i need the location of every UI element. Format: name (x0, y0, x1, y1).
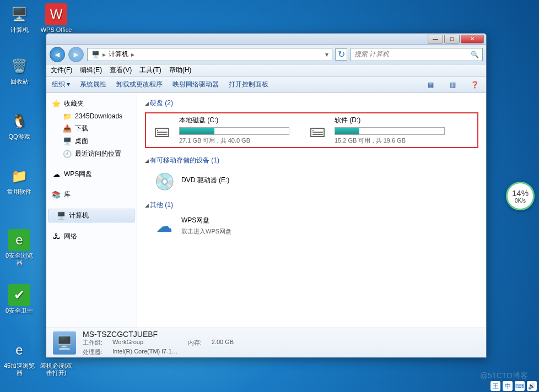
sidebar-libraries[interactable]: 📚库 (46, 188, 137, 201)
icon-label: 0安全卫士 (3, 307, 36, 314)
content-pane: ◢硬盘 (2) 🖴 本地磁盘 (C:) 27.1 GB 可用 , 共 40.0 … (137, 93, 486, 328)
sidebar-item[interactable]: 🕘最近访问的位置 (46, 148, 137, 160)
sidebar-computer[interactable]: 🖥️计算机 (48, 209, 134, 222)
wps-disk[interactable]: ☁ WPS网盘 双击进入WPS网盘 (153, 214, 292, 237)
search-placeholder: 搜索 计算机 (354, 50, 389, 59)
workgroup-value: WorkGroup (112, 339, 178, 347)
usage-bar (179, 127, 289, 135)
cloud-icon: ☁ (52, 170, 61, 179)
tray-icon[interactable]: ⌨ (515, 381, 525, 391)
sidebar: ⭐收藏夹 📁2345Downloads📥下载🖥️桌面🕘最近访问的位置 ☁WPS网… (46, 93, 137, 328)
hard-drive[interactable]: 🖴 软件 (D:) 15.2 GB 可用 , 共 19.6 GB (306, 116, 445, 145)
folder-icon: 📥 (63, 124, 72, 133)
desktop-icon[interactable]: WWPS Office (40, 3, 73, 34)
sidebar-item-label: 2345Downloads (75, 112, 122, 120)
app-icon: ✔ (8, 284, 30, 306)
dvd-drive[interactable]: 💿 DVD 驱动器 (E:) (153, 170, 292, 193)
menu-item[interactable]: 查看(V) (110, 66, 132, 75)
sidebar-item[interactable]: 📥下载 (46, 122, 137, 135)
search-icon[interactable]: 🔍 (471, 51, 479, 58)
speed-widget[interactable]: 14% 0K/s (506, 182, 535, 210)
desktop-icon[interactable]: e45加速浏览器 (3, 339, 36, 377)
library-icon: 📚 (52, 190, 61, 199)
sidebar-favorites[interactable]: ⭐收藏夹 (46, 97, 137, 110)
drive-sub: 双击进入WPS网盘 (181, 227, 292, 236)
category-removable[interactable]: ◢有可移动存储的设备 (1) (145, 156, 478, 165)
toolbar-item[interactable]: 打开控制面板 (229, 80, 268, 89)
dropdown-icon[interactable]: ▾ (324, 51, 330, 58)
menu-item[interactable]: 工具(T) (139, 66, 161, 75)
titlebar: — □ ✕ (46, 34, 486, 45)
drive-name: 软件 (D:) (335, 116, 445, 125)
sidebar-network[interactable]: 🖧网络 (46, 230, 137, 243)
category-hdd[interactable]: ◢硬盘 (2) (145, 99, 478, 108)
collapse-icon: ◢ (145, 101, 149, 106)
toolbar-item[interactable]: 卸载或更改程序 (116, 80, 163, 89)
speed-percent: 14% (512, 188, 529, 198)
folder-icon: 🕘 (63, 150, 72, 159)
search-input[interactable]: 搜索 计算机 🔍 (351, 48, 483, 61)
sidebar-item[interactable]: 🖥️桌面 (46, 135, 137, 148)
menu-item[interactable]: 文件(F) (51, 66, 72, 75)
sidebar-item[interactable]: 📁2345Downloads (46, 110, 137, 122)
memory-label: 内存: (188, 339, 202, 347)
desktop-icon[interactable]: 🗑️回收站 (3, 55, 36, 85)
watermark: @51CTO博客 (480, 371, 528, 381)
folder-icon: 📁 (63, 112, 72, 121)
toolbar-item[interactable]: 映射网络驱动器 (173, 80, 219, 89)
toolbar-item[interactable]: 系统属性 (80, 80, 106, 89)
star-icon: ⭐ (52, 100, 61, 108)
breadcrumb-computer[interactable]: 计算机 (107, 50, 130, 59)
tray-icon[interactable]: 王 (491, 381, 500, 391)
sidebar-item-label: 桌面 (75, 137, 88, 146)
drive-space: 27.1 GB 可用 , 共 40.0 GB (179, 137, 289, 145)
hard-drive[interactable]: 🖴 本地磁盘 (C:) 27.1 GB 可用 , 共 40.0 GB (150, 116, 289, 145)
window-body: ⭐收藏夹 📁2345Downloads📥下载🖥️桌面🕘最近访问的位置 ☁WPS网… (46, 93, 486, 328)
forward-button[interactable]: ► (68, 47, 84, 62)
desktop-icon[interactable]: e0安全浏览器 (3, 229, 36, 266)
refresh-button[interactable]: ↻ (335, 48, 347, 61)
back-button[interactable]: ◄ (50, 47, 65, 62)
computer-name: MS-TSZCGCTJUEBF (83, 330, 234, 339)
cloud-icon: ☁ (153, 214, 176, 237)
app-icon: e (8, 339, 30, 361)
collapse-icon: ◢ (145, 203, 149, 208)
minimize-button[interactable]: — (428, 35, 443, 43)
desktop-icon[interactable]: 🐧QQ游戏 (3, 110, 36, 140)
toolbar-item[interactable]: 组织 ▾ (52, 80, 70, 89)
breadcrumb-icon: 🖥️ (90, 51, 101, 58)
app-icon: e (8, 229, 30, 251)
sidebar-wps[interactable]: ☁WPS网盘 (46, 168, 137, 181)
highlight-box: 🖴 本地磁盘 (C:) 27.1 GB 可用 , 共 40.0 GB 🖴 软件 … (145, 112, 478, 148)
chevron-right-icon: ▸ (130, 51, 136, 58)
help-button[interactable]: ❓ (468, 79, 481, 90)
network-icon: 🖧 (52, 232, 61, 241)
address-bar[interactable]: 🖥️ ▸ 计算机 ▸ ▾ (87, 48, 332, 61)
category-other[interactable]: ◢其他 (1) (145, 200, 478, 210)
desktop-icon[interactable]: 📁常用软件 (3, 165, 36, 195)
tray-icon[interactable]: 🔊 (527, 381, 537, 391)
menu-item[interactable]: 帮助(H) (169, 66, 192, 75)
sidebar-item-label: 最近访问的位置 (75, 149, 121, 159)
maximize-button[interactable]: □ (444, 35, 460, 43)
view-button[interactable]: ▦ (424, 79, 436, 90)
sidebar-item-label: 下载 (75, 124, 88, 133)
computer-icon: 🖥️ (57, 211, 66, 220)
app-icon: 📁 (8, 165, 30, 187)
desktop-icon[interactable]: ✔0安全卫士 (3, 284, 36, 314)
system-tray: 王中⌨🔊 (491, 381, 537, 391)
icon-label: QQ游戏 (3, 133, 36, 140)
desktop-icon[interactable]: 🖥️计算机 (3, 3, 36, 34)
tray-icon[interactable]: 中 (503, 381, 513, 391)
app-icon: W (45, 3, 67, 25)
preview-button[interactable]: ▥ (446, 79, 459, 90)
menu-item[interactable]: 编辑(E) (80, 66, 102, 75)
icon-label: 常用软件 (3, 188, 36, 195)
menu-bar: 文件(F)编辑(E)查看(V)工具(T)帮助(H) (46, 64, 486, 77)
close-button[interactable]: ✕ (461, 35, 484, 43)
icon-label: 装机必读(双击打开) (40, 362, 73, 377)
icon-label: 45加速浏览器 (3, 362, 36, 377)
cpu-label: 处理器: (83, 348, 103, 356)
usage-bar (335, 127, 445, 135)
app-icon: 🖥️ (8, 3, 30, 25)
